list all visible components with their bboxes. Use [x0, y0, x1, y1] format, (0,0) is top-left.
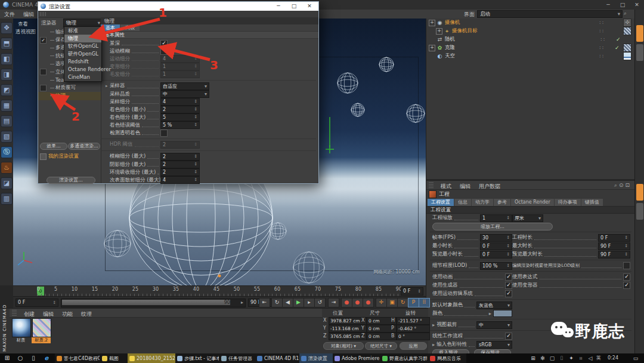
- scale-project-button[interactable]: 缩放工程...: [432, 223, 553, 230]
- play-backward-button[interactable]: ◀: [282, 298, 293, 307]
- menu-item[interactable]: 用户数据: [475, 182, 504, 192]
- menu-item[interactable]: 功能: [58, 309, 77, 319]
- input-color-profile-select[interactable]: sRGB▾: [476, 341, 512, 349]
- enabled-check-icon[interactable]: ✓: [615, 45, 622, 51]
- select-采样器[interactable]: 自适应▾: [160, 82, 209, 90]
- tray-icon-4[interactable]: ✦: [566, 354, 576, 362]
- number-field-毛发细分[interactable]: 1↕: [160, 70, 200, 78]
- attribute-icons[interactable]: ⌕⊙⊡: [614, 182, 631, 189]
- timeline-ruler[interactable]: 0 051015202530354045505560657075808590 0…: [13, 285, 426, 297]
- coord-size-mode-select[interactable]: 绝对尺寸 ▾: [365, 342, 397, 350]
- render-preset-item[interactable]: 我的渲染设置: [40, 153, 79, 160]
- stepper-icon[interactable]: ↕: [194, 71, 197, 78]
- edge-icon[interactable]: e: [41, 354, 52, 362]
- visibility-dots[interactable]: ∶ ∶: [599, 45, 615, 51]
- object-row-摄像机目标[interactable]: +⌖摄像机目标∶ ∶: [426, 27, 635, 35]
- dialog-titlebar[interactable]: 渲染设置 ─ □ ✕: [38, 2, 318, 11]
- use-motion-clip-checkbox[interactable]: ✓: [505, 290, 512, 297]
- tool-icon-7[interactable]: ▧: [1, 131, 13, 143]
- taskbar-app-网易云音乐[interactable]: 网易云音乐: [428, 353, 466, 363]
- tree-checkbox[interactable]: [40, 69, 47, 75]
- scrubber-bar[interactable]: [62, 300, 230, 305]
- rotation-p-field[interactable]: -0.462 °: [397, 325, 430, 333]
- number-field-HDR 阈值[interactable]: 2↕: [160, 141, 200, 149]
- expander-icon[interactable]: ▸: [432, 342, 435, 347]
- layer-tab-gray[interactable]: [636, 203, 643, 220]
- object-row-随机[interactable]: ⇄随机∶ ∶✓: [426, 35, 635, 44]
- layer-tab-orange[interactable]: [636, 184, 643, 201]
- rotation-h-field[interactable]: -211.527 °: [397, 317, 430, 325]
- tab-信息[interactable]: 信息: [454, 199, 471, 206]
- number-field-着色细分 (最小)[interactable]: 2↕: [160, 106, 200, 113]
- timeline-scrubber[interactable]: 90 F ▸: [61, 299, 246, 307]
- taskbar-app-20180430_21522...[interactable]: 20180430_21522...: [128, 353, 177, 363]
- search-icon[interactable]: ⌕: [624, 10, 627, 17]
- taskbar-app-Adobe Premiere ...[interactable]: Adobe Premiere ...: [333, 353, 382, 363]
- tab-动力学[interactable]: 动力学: [472, 199, 493, 206]
- renderer-option-Octane Renderer[interactable]: Octane Renderer: [64, 66, 101, 73]
- stepper-icon[interactable]: ↕: [506, 263, 510, 269]
- current-frame-spinner[interactable]: 0 F↕: [401, 287, 423, 296]
- visibility-dots[interactable]: ∶ ∶: [600, 37, 616, 42]
- tool-icon-3[interactable]: ◨: [1, 69, 13, 81]
- tag-stripe-icon[interactable]: [623, 44, 631, 52]
- expand-icon[interactable]: +: [429, 20, 435, 26]
- taskbar-app-野鹿志认真学习群[interactable]: 野鹿志认真学习群: [380, 353, 429, 363]
- current-frame-field[interactable]: 0 F↕: [16, 299, 58, 307]
- rotation-b-field[interactable]: 0 °: [397, 333, 430, 340]
- stepper-icon[interactable]: ↕: [194, 106, 197, 113]
- renderer-option-CineMan[interactable]: CineMan: [64, 73, 101, 81]
- input-language[interactable]: 英: [595, 354, 602, 362]
- tool-icon-1[interactable]: ⬒: [1, 38, 13, 50]
- tray-icon-2[interactable]: ▢: [547, 354, 557, 362]
- enabled-check-icon[interactable]: ✓: [616, 36, 623, 42]
- project-scale-field[interactable]: 1↕: [480, 214, 512, 222]
- checkbox-检测透明着色[interactable]: [160, 130, 168, 137]
- dialog-maximize-button[interactable]: □: [286, 2, 302, 10]
- tray-icon-5[interactable]: ⌗: [576, 354, 586, 362]
- panel-grip[interactable]: [429, 182, 434, 188]
- cortana-search-icon[interactable]: ○: [14, 354, 26, 362]
- stepper-icon[interactable]: ↕: [506, 235, 510, 241]
- minimize-button[interactable]: ─: [601, 1, 615, 8]
- tab-Octane Render[interactable]: Octane Render: [511, 199, 554, 206]
- number-field-环境吸收细分 (最大)[interactable]: 2↕: [160, 168, 200, 176]
- multipass-button[interactable]: 多通道渲染...: [68, 143, 100, 150]
- stepper-icon[interactable]: ↕: [194, 177, 197, 183]
- stepper-icon[interactable]: ↕: [194, 141, 197, 148]
- min-time-field[interactable]: 0 F↕: [480, 242, 512, 250]
- key-position-icon[interactable]: ✛: [376, 298, 387, 307]
- task-view-icon[interactable]: ▯: [27, 354, 39, 362]
- expand-icon[interactable]: +: [436, 28, 442, 35]
- tab-待办事项[interactable]: 待办事项: [555, 199, 581, 206]
- tray-icon-1[interactable]: ✻: [538, 354, 547, 362]
- tag-sky-icon[interactable]: [623, 52, 631, 60]
- stepper-icon[interactable]: ↕: [194, 161, 197, 168]
- tag-stripe-icon[interactable]: [623, 27, 631, 35]
- number-field-着色细分 (最大)[interactable]: 5↕: [160, 113, 200, 121]
- use-expressions-checkbox[interactable]: ✓: [623, 273, 630, 281]
- checkbox-景深[interactable]: ✓: [160, 40, 168, 47]
- effects-button[interactable]: 效果...: [40, 143, 67, 150]
- number-field-采样细分[interactable]: 4↕: [160, 98, 200, 106]
- tree-checkbox[interactable]: ✓: [40, 37, 47, 44]
- render-lod-checkbox[interactable]: [623, 262, 630, 269]
- apply-button[interactable]: 应用: [400, 342, 427, 350]
- stepper-icon[interactable]: ↕: [506, 215, 510, 222]
- renderer-option-物理[interactable]: 物理: [64, 35, 101, 42]
- tool-icon-5[interactable]: ▦: [1, 100, 13, 112]
- stepper-icon[interactable]: ↕: [194, 169, 197, 176]
- expander-icon[interactable]: ▸: [432, 322, 435, 328]
- tab-键插值[interactable]: 键插值: [581, 199, 603, 206]
- stepper-icon[interactable]: ↕: [624, 243, 628, 250]
- play-button[interactable]: ▶: [293, 298, 304, 307]
- use-generators-checkbox[interactable]: ✓: [505, 282, 512, 289]
- number-field-着色错误阈值[interactable]: 5 %↕: [160, 121, 200, 129]
- expander-icon[interactable]: ▸: [106, 84, 110, 88]
- notification-icon[interactable]: ▭: [631, 354, 640, 362]
- object-row-天空[interactable]: ◐天空∶ ∶: [426, 52, 635, 60]
- taskbar-app-CINEMA 4D R18...[interactable]: CINEMA 4D R18...: [255, 353, 301, 363]
- view-clipping-select[interactable]: 中▾: [476, 321, 512, 329]
- stepper-icon[interactable]: ↕: [194, 153, 197, 160]
- visibility-dots[interactable]: ∶ ∶: [599, 20, 615, 26]
